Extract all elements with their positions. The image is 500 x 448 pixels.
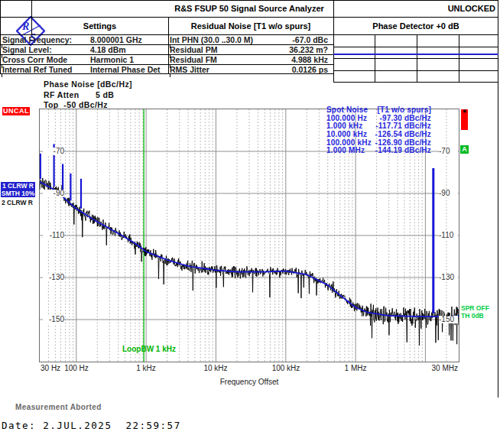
spot-noise-offset: 1.000 MHz: [326, 147, 365, 155]
residual-noise-header: Residual Noise [T1 w/o spurs]: [168, 21, 333, 31]
x-tick-label: 10 kHz: [196, 364, 235, 372]
settings-row-label: Cross Corr Mode: [2, 55, 67, 64]
plot-title: Phase Noise [dBc/Hz]: [44, 80, 132, 89]
y-tick-label: -90: [43, 190, 64, 197]
y-tick-label: -130: [43, 274, 64, 281]
asterisk-marker-icon: *: [461, 108, 468, 118]
spot-noise-table: Spot Noise[T1 w/o spurs]100.000 Hz-97.30…: [326, 106, 431, 155]
y-tick-label: -110: [439, 232, 458, 239]
table-border-line: [498, 0, 498, 398]
table-border-line: [333, 82, 498, 83]
table-comb-stub: [2, 73, 2, 77]
table-border-line: [0, 54, 333, 55]
y-tick-label: -70: [43, 148, 64, 155]
residual-row-value: -67.0 dBc: [170, 35, 328, 44]
status-message: Measurement Aborted: [15, 403, 102, 411]
table-border-line: [333, 70, 498, 71]
x-tick-label: 100 Hz: [57, 364, 96, 372]
trace-color-rule: [333, 54, 498, 55]
table-border-line: [31, 0, 32, 34]
trace2-mode-label: 2 CLRW R: [2, 199, 33, 206]
table-comb-stub: [2, 64, 2, 68]
y-tick-label: -150: [439, 316, 458, 323]
y-tick-label: -150: [43, 316, 64, 323]
table-border-line: [0, 73, 333, 74]
settings-row-value: 4.18 dBm: [90, 45, 126, 54]
x-tick-label: 1 MHz: [336, 364, 375, 372]
settings-row-label: Signal Level:: [2, 45, 52, 54]
y-tick-label: -70: [439, 148, 458, 155]
y-tick-label: -90: [439, 190, 458, 197]
lock-status: UNLOCKED: [448, 4, 495, 13]
svg-text:R: R: [21, 21, 29, 32]
table-border-line: [0, 0, 1, 73]
residual-row-value: 36.232 m?: [170, 45, 328, 54]
table-border-line: [0, 64, 333, 65]
table-comb-stub: [170, 64, 170, 68]
table-border-line: [0, 17, 498, 18]
loop-bw-label: LoopBW 1 kHz: [122, 345, 176, 353]
autoscale-badge: A: [460, 145, 469, 154]
table-comb-stub: [2, 54, 2, 58]
date-line: Date: 2.JUL.2025 22:59:57: [2, 420, 181, 431]
rf-atten-label: RF Atten: [44, 90, 80, 99]
table-comb-stub: [170, 73, 170, 77]
table-comb-stub: [170, 54, 170, 58]
table-border-line: [417, 34, 417, 82]
x-tick-label: 100 kHz: [267, 364, 305, 372]
settings-row-value: 8.000001 GHz: [90, 35, 142, 44]
spot-noise-row: 1.000 MHz-144.19 dBc/Hz: [326, 147, 431, 155]
marker-indicator-block: *: [461, 109, 468, 130]
table-border-line: [333, 47, 498, 47]
settings-row-label: Signal Frequency:: [2, 35, 72, 44]
x-tick-label: 30 MHz: [420, 364, 458, 372]
y-tick-label: -110: [43, 232, 64, 239]
table-border-line: [0, 0, 498, 1]
spur-off-label: SPR OFF: [461, 304, 489, 312]
table-comb-stub: [170, 44, 170, 48]
table-border-line: [0, 44, 333, 45]
fsup-analyzer-screen: R S R&S FSUP 50 Signal Source Analyzer U…: [0, 0, 500, 448]
table-border-line: [375, 34, 375, 82]
uncal-badge: UNCAL: [2, 107, 30, 115]
residual-row-value: 4.988 kHz: [170, 55, 328, 64]
threshold-label: TH 0dB: [461, 312, 484, 320]
phase-detector-header: Phase Detector +0 dB: [333, 21, 498, 31]
x-axis-title: Frequency Offset: [40, 378, 459, 386]
trace1-smoothing-badge: SMTH 10%: [1, 190, 35, 197]
trace1-mode-badge: 1 CLRW R: [1, 182, 35, 190]
rf-atten-value: 5 dB: [96, 90, 114, 99]
table-border-line: [333, 58, 498, 59]
x-tick-label: 1 kHz: [127, 364, 165, 372]
table-border-line: [168, 17, 169, 73]
y-tick-label: -130: [439, 274, 458, 281]
table-border-line: [333, 0, 334, 82]
table-border-line: [459, 34, 459, 82]
spot-noise-value: -144.19 dBc/Hz: [375, 147, 431, 155]
settings-row-value: Harmonic 1: [90, 55, 134, 64]
app-title: R&S FSUP 50 Signal Source Analyzer: [0, 4, 498, 13]
table-border-line: [0, 34, 498, 35]
table-comb-stub: [2, 44, 2, 48]
settings-header: Settings: [31, 21, 168, 31]
